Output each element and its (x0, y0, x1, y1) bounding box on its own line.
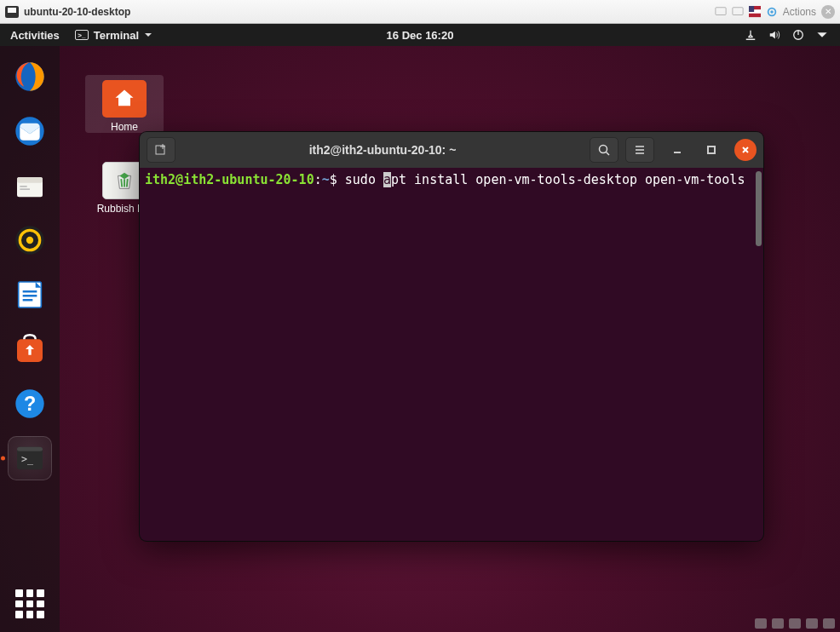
svg-rect-38 (708, 147, 715, 153)
svg-rect-22 (23, 299, 33, 302)
vm-host-status-icons (755, 618, 835, 629)
svg-rect-27 (17, 447, 43, 451)
svg-rect-0 (716, 7, 726, 14)
chevron-down-icon (144, 31, 152, 39)
terminal-cursor: a (383, 172, 391, 187)
prompt-path: ~ (322, 172, 330, 187)
guest-desktop: Activities >_ Terminal 16 Dec 16:20 (0, 24, 840, 632)
system-status-area[interactable] (745, 29, 840, 41)
svg-rect-15 (20, 188, 30, 190)
dock-software[interactable] (8, 327, 52, 371)
svg-rect-14 (20, 186, 26, 187)
prompt-userhost: ith2@ith2-ubuntu-20-10 (145, 172, 314, 187)
dock-files[interactable] (8, 164, 52, 208)
active-app-indicator[interactable]: >_ Terminal (75, 29, 152, 42)
prompt-sep2: $ (330, 172, 345, 187)
vm-close-button[interactable]: ✕ (821, 5, 835, 19)
power-icon (792, 29, 804, 41)
terminal-titlebar[interactable]: ith2@ith2-ubuntu-20-10: ~ (140, 132, 763, 168)
svg-rect-4 (749, 13, 761, 16)
vm-actions-label[interactable]: Actions (783, 6, 816, 18)
gear-icon[interactable] (766, 6, 778, 18)
terminal-scrollbar[interactable] (756, 171, 762, 246)
search-button[interactable] (590, 137, 618, 163)
vm-host-title: ubuntu-20-10-desktop (24, 6, 715, 18)
dock-terminal[interactable]: >_ (8, 436, 52, 480)
chevron-down-icon (816, 29, 828, 41)
svg-rect-13 (17, 177, 43, 183)
activities-button[interactable]: Activities (10, 29, 60, 42)
svg-text:?: ? (24, 393, 36, 415)
svg-point-7 (770, 10, 774, 14)
desktop-home-folder[interactable]: Home (85, 75, 164, 133)
prompt-sep1: : (314, 172, 322, 187)
terminal-body[interactable]: ith2@ith2-ubuntu-20-10:~$ sudo apt insta… (140, 168, 763, 541)
terminal-window: ith2@ith2-ubuntu-20-10: ~ ith2@ith2-ubun… (140, 132, 763, 541)
maximize-button[interactable] (700, 139, 722, 161)
svg-rect-5 (749, 6, 754, 12)
svg-point-18 (26, 237, 33, 244)
gnome-topbar: Activities >_ Terminal 16 Dec 16:20 (0, 24, 840, 46)
vm-flag-icon[interactable] (749, 6, 761, 18)
command-post: pt install open-vm-tools-desktop open-vm… (391, 172, 745, 187)
vm-display2-icon[interactable] (732, 6, 744, 18)
svg-rect-20 (23, 290, 37, 293)
svg-text:>_: >_ (21, 453, 34, 465)
hamburger-menu-button[interactable] (625, 137, 654, 163)
dock-firefox[interactable] (8, 55, 52, 99)
terminal-icon: >_ (75, 30, 89, 40)
network-icon (745, 29, 757, 41)
minimize-button[interactable] (666, 139, 688, 161)
desktop-home-label: Home (85, 121, 164, 133)
terminal-title: ith2@ith2-ubuntu-20-10: ~ (182, 143, 583, 157)
close-button[interactable] (734, 139, 757, 161)
dock-thunderbird[interactable] (8, 109, 52, 153)
dock-libreoffice-writer[interactable] (8, 273, 52, 317)
dock-help[interactable]: ? (8, 382, 52, 426)
active-app-name: Terminal (94, 29, 139, 42)
volume-icon (768, 29, 780, 41)
new-tab-button[interactable] (147, 137, 175, 163)
svg-line-33 (607, 152, 610, 156)
svg-rect-21 (23, 295, 37, 297)
command-pre: sudo (345, 172, 383, 187)
vm-host-titlebar: ubuntu-20-10-desktop Actions ✕ (0, 0, 840, 24)
svg-point-32 (600, 146, 607, 153)
vm-display-icon[interactable] (715, 6, 727, 18)
dock-rhythmbox[interactable] (8, 218, 52, 262)
show-applications-button[interactable] (15, 589, 44, 618)
dock: ? >_ (0, 46, 60, 632)
vm-monitor-icon (5, 6, 19, 18)
clock[interactable]: 16 Dec 16:20 (387, 29, 454, 42)
folder-icon (102, 80, 147, 118)
svg-rect-1 (733, 7, 743, 14)
